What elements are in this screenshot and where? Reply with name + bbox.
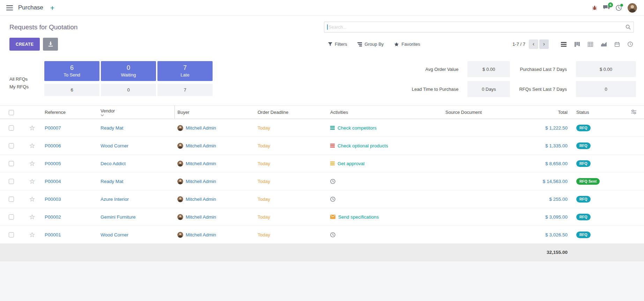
- favorite-star-icon[interactable]: ☆: [29, 195, 35, 203]
- messages-icon[interactable]: 5: [603, 5, 610, 10]
- reference-link[interactable]: P00001: [42, 226, 98, 244]
- activity-cell[interactable]: Send specifications: [327, 208, 443, 226]
- reference-link[interactable]: P00004: [42, 172, 98, 190]
- status-cell[interactable]: RFQ: [572, 208, 621, 226]
- status-cell[interactable]: RFQ: [572, 137, 621, 155]
- activity-cell[interactable]: Check optional products: [327, 137, 443, 155]
- favorite-star-icon[interactable]: ☆: [29, 177, 35, 185]
- total-amount[interactable]: $ 3,095.00: [516, 208, 572, 226]
- status-badge[interactable]: RFQ: [576, 125, 591, 131]
- row-select-cell[interactable]: [0, 226, 22, 244]
- view-kanban-button[interactable]: [573, 41, 581, 48]
- activity-cell[interactable]: Get approval: [327, 155, 443, 172]
- user-avatar[interactable]: [628, 3, 637, 13]
- vendor-link[interactable]: Ready Mat: [98, 119, 175, 137]
- column-header-status[interactable]: Status: [572, 106, 621, 119]
- vendor-link[interactable]: Ready Mat: [98, 172, 175, 190]
- total-amount[interactable]: $ 255.00: [516, 190, 572, 208]
- deadline-text[interactable]: Today: [255, 190, 327, 208]
- buyer-cell[interactable]: Mitchell Admin: [175, 226, 255, 244]
- reference-link[interactable]: P00005: [42, 155, 98, 172]
- row-checkbox[interactable]: [9, 143, 14, 148]
- deadline-text[interactable]: Today: [255, 137, 327, 155]
- buyer-link[interactable]: Mitchell Admin: [186, 143, 216, 148]
- buyer-cell[interactable]: Mitchell Admin: [175, 172, 255, 190]
- row-select-cell[interactable]: [0, 119, 22, 137]
- favorite-star-icon[interactable]: ☆: [29, 231, 35, 238]
- buyer-link[interactable]: Mitchell Admin: [186, 197, 216, 202]
- reference-link[interactable]: P00006: [42, 137, 98, 155]
- select-all-checkbox[interactable]: [9, 110, 14, 115]
- deadline-text[interactable]: Today: [255, 208, 327, 226]
- row-checkbox[interactable]: [9, 232, 14, 237]
- optional-columns-icon[interactable]: [631, 110, 636, 114]
- favorites-button[interactable]: Favorites: [394, 42, 420, 47]
- tasks-icon[interactable]: [330, 144, 335, 148]
- select-all-cell[interactable]: [0, 106, 22, 119]
- column-header-total[interactable]: Total: [516, 106, 572, 119]
- reference-link[interactable]: P00007: [42, 119, 98, 137]
- favorite-cell[interactable]: ☆: [22, 190, 42, 208]
- buyer-link[interactable]: Mitchell Admin: [186, 232, 216, 237]
- vendor-link[interactable]: Wood Corner: [98, 226, 175, 244]
- buyer-link[interactable]: Mitchell Admin: [186, 214, 216, 220]
- total-amount[interactable]: $ 8,658.00: [516, 155, 572, 172]
- activity-link[interactable]: Check optional products: [338, 143, 388, 148]
- favorite-cell[interactable]: ☆: [22, 226, 42, 244]
- buyer-link[interactable]: Mitchell Admin: [186, 179, 216, 184]
- kpi-late[interactable]: 7 Late: [157, 61, 213, 81]
- status-badge[interactable]: RFQ: [576, 232, 591, 238]
- buyer-link[interactable]: Mitchell Admin: [186, 161, 216, 166]
- envelope-icon[interactable]: [330, 215, 335, 219]
- vendor-link[interactable]: Gemini Furniture: [98, 208, 175, 226]
- table-row[interactable]: ☆ P00002 Gemini Furniture Mitchell Admin…: [0, 208, 644, 226]
- status-badge[interactable]: RFQ: [576, 196, 591, 203]
- table-row[interactable]: ☆ P00003 Azure Interior Mitchell Admin T…: [0, 190, 644, 208]
- status-cell[interactable]: RFQ: [572, 190, 621, 208]
- status-badge[interactable]: RFQ: [576, 160, 591, 167]
- view-pivot-button[interactable]: [587, 41, 594, 48]
- search-input[interactable]: [324, 22, 634, 32]
- kpi-to-send[interactable]: 6 To Send: [44, 61, 99, 81]
- clock-icon[interactable]: [330, 232, 335, 237]
- deadline-text[interactable]: Today: [255, 155, 327, 172]
- deadline-text[interactable]: Today: [255, 172, 327, 190]
- vendor-link[interactable]: Wood Corner: [98, 137, 175, 155]
- activity-link[interactable]: Send specifications: [338, 214, 379, 220]
- favorite-cell[interactable]: ☆: [22, 172, 42, 190]
- filters-button[interactable]: Filters: [328, 42, 347, 47]
- source-document-cell[interactable]: [443, 190, 516, 208]
- column-header-source[interactable]: Source Document: [443, 106, 516, 119]
- favorite-star-icon[interactable]: ☆: [29, 124, 35, 132]
- activity-cell[interactable]: [327, 172, 443, 190]
- column-header-buyer[interactable]: Buyer: [175, 106, 255, 119]
- export-button[interactable]: [43, 38, 58, 51]
- pager-next-button[interactable]: ›: [539, 39, 549, 49]
- vendor-link[interactable]: Deco Addict: [98, 155, 175, 172]
- favorite-star-icon[interactable]: ☆: [29, 160, 35, 167]
- row-checkbox[interactable]: [9, 197, 14, 202]
- favorite-cell[interactable]: ☆: [22, 155, 42, 172]
- column-header-vendor[interactable]: Vendor: [98, 106, 175, 119]
- buyer-cell[interactable]: Mitchell Admin: [175, 137, 255, 155]
- activity-cell[interactable]: Check competitors: [327, 119, 443, 137]
- favorite-cell[interactable]: ☆: [22, 119, 42, 137]
- kpi-waiting[interactable]: 0 Waiting: [101, 61, 156, 81]
- column-header-deadline[interactable]: Order Deadline: [255, 106, 327, 119]
- my-waiting[interactable]: 0: [101, 84, 156, 96]
- buyer-link[interactable]: Mitchell Admin: [186, 125, 216, 131]
- table-row[interactable]: ☆ P00007 Ready Mat Mitchell Admin Today …: [0, 119, 644, 137]
- total-amount[interactable]: $ 1,335.00: [516, 137, 572, 155]
- group-by-button[interactable]: Group By: [357, 42, 384, 47]
- status-badge[interactable]: RFQ: [576, 214, 591, 220]
- status-cell[interactable]: RFQ Sent: [572, 172, 621, 190]
- tasks-icon[interactable]: [330, 126, 335, 130]
- favorite-star-icon[interactable]: ☆: [29, 213, 35, 221]
- source-document-cell[interactable]: [443, 226, 516, 244]
- favorite-star-icon[interactable]: ☆: [29, 142, 35, 149]
- clock-icon[interactable]: [330, 179, 335, 184]
- buyer-cell[interactable]: Mitchell Admin: [175, 155, 255, 172]
- row-checkbox[interactable]: [9, 125, 14, 131]
- reference-link[interactable]: P00003: [42, 190, 98, 208]
- row-checkbox[interactable]: [9, 161, 14, 166]
